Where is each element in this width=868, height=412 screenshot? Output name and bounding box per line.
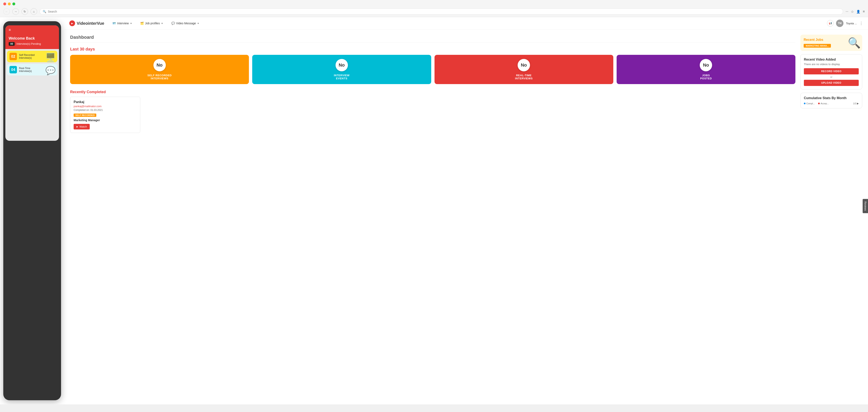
watch-button[interactable]: ▶ Watch [73, 124, 90, 129]
stat-value-self-recorded: No [153, 59, 166, 71]
candidate-name: Pankaj [73, 100, 137, 104]
phone-menu-icon[interactable]: ≡ [9, 28, 11, 32]
nav-item-interview[interactable]: 🪪 Interview ▼ [111, 21, 134, 26]
recently-completed-title: Recently Completed [70, 90, 796, 94]
content-main: Dashboard Last 30 days No SELF RECORDEDI… [70, 35, 796, 137]
logo-text: VideointerVue [77, 21, 104, 26]
minimize-button[interactable] [8, 2, 11, 5]
card-count-self-recorded: 02 [9, 53, 17, 60]
search-input[interactable] [48, 10, 840, 13]
address-bar: 🔍 [40, 8, 843, 14]
content-sidebar: Recent Jobs MARKETING MANA... 🔍 Recent V… [800, 35, 862, 137]
record-video-button[interactable]: RECORD VIDEO [804, 68, 859, 74]
interview-label: Interview [117, 22, 129, 25]
recently-completed-section: Recently Completed Pankaj pankaj@mailina… [70, 90, 796, 133]
legend-label-accepted: Accep... [820, 102, 829, 105]
no-videos-text: There are no videos to display. [804, 63, 859, 66]
recent-jobs-card: Recent Jobs MARKETING MANA... 🔍 [800, 35, 862, 51]
pending-count: 00 [9, 42, 14, 46]
browser-actions: ··· ☆ 👤 ≡ [845, 10, 865, 13]
app-container: ≡ Welcome Back 00 Interview(s) Pending 0… [0, 17, 868, 404]
legend-dot-completed [804, 103, 806, 104]
browser-titlebar [0, 0, 868, 7]
legend-item-accepted: Accep... [818, 102, 829, 105]
illustration-self-recorded: 🖥️ [45, 53, 56, 62]
completed-card: Pankaj pankaj@mailinator.com Completed o… [70, 97, 140, 133]
pagination-label: 1/2 [853, 102, 856, 105]
user-avatar[interactable]: TM [836, 20, 843, 27]
back-button[interactable]: ← [3, 8, 10, 15]
chart-legend: Compl... Accep... 1/2 ▶ [804, 102, 859, 105]
nav-more-button[interactable]: ⋮ [859, 21, 863, 26]
job-profiles-chevron-icon: ▼ [161, 22, 163, 25]
cumulative-stats-card: Cumulative Stats By Month Compl... Accep… [800, 93, 862, 108]
close-button[interactable] [3, 2, 6, 5]
home-button[interactable]: ⌂ [31, 8, 37, 15]
page-title: Dashboard [70, 35, 796, 43]
phone-mockup: ≡ Welcome Back 00 Interview(s) Pending 0… [3, 21, 61, 400]
traffic-lights [3, 2, 15, 5]
stat-card-interview-events[interactable]: No INTERVIEWEVENTS [252, 55, 431, 84]
video-message-label: Video Message [176, 22, 196, 25]
interview-icon: 🪪 [113, 22, 116, 25]
phone-header: ≡ [5, 25, 59, 35]
avatar-initials: TM [838, 22, 842, 25]
pagination: 1/2 ▶ [853, 102, 859, 105]
stat-card-self-recorded[interactable]: No SELF RECORDEDINTERVIEWS [70, 55, 249, 84]
candidate-email: pankaj@mailinator.com [73, 105, 137, 108]
logo-icon [69, 21, 75, 26]
pagination-next-button[interactable]: ▶ [857, 102, 859, 105]
browser-toolbar: ← → ↻ ⌂ 🔍 ··· ☆ 👤 ≡ [0, 7, 868, 17]
upload-video-button[interactable]: UPLOAD VIDEO [804, 80, 859, 86]
card-label-real-time: Real-TimeInterview(s) [19, 67, 32, 72]
bookmark-button[interactable]: ☆ [851, 10, 854, 13]
job-tag[interactable]: MARKETING MANA... [804, 44, 831, 47]
phone-screen: ≡ Welcome Back 00 Interview(s) Pending 0… [5, 25, 59, 141]
interview-chevron-icon: ▼ [130, 22, 132, 25]
illustration-real-time: 💬 [45, 66, 56, 75]
page-content: Dashboard Last 30 days No SELF RECORDEDI… [64, 30, 868, 142]
or-text: or [804, 76, 859, 78]
card-count-real-time: 04 [9, 66, 17, 73]
play-icon: ▶ [76, 126, 78, 128]
profile-button[interactable]: 👤 [856, 10, 860, 13]
self-recorded-tag: SELF RECORDED [73, 114, 96, 117]
forward-button[interactable]: → [12, 8, 19, 15]
maximize-button[interactable] [12, 2, 15, 5]
logo: VideointerVue [69, 21, 104, 26]
welcome-text: Welcome Back [9, 36, 56, 41]
nav-item-video-message[interactable]: 💬 Video Message ▼ [170, 21, 201, 26]
nav-item-job-profiles[interactable]: 🗂️ Job profiles ▼ [138, 21, 165, 26]
search-icon: 🔍 [43, 10, 46, 13]
main-content: VideointerVue 🪪 Interview ▼ 🗂️ Job profi… [64, 17, 868, 404]
phone-card-real-time[interactable]: 04 Real-TimeInterview(s) 💬 [7, 64, 57, 75]
more-options-button[interactable]: ··· [845, 10, 848, 13]
stat-label-self-recorded: SELF RECORDEDINTERVIEWS [148, 74, 172, 80]
app-navbar: VideointerVue 🪪 Interview ▼ 🗂️ Job profi… [64, 17, 868, 30]
browser-chrome: ← → ↻ ⌂ 🔍 ··· ☆ 👤 ≡ [0, 0, 868, 17]
stat-card-real-time[interactable]: No REAL-TIMEINTERVIEWS [435, 55, 613, 84]
stat-card-jobs-posted[interactable]: No JOBSPOSTED [617, 55, 796, 84]
legend-item-completed: Compl... [804, 102, 815, 105]
recent-video-title: Recent Video Added [804, 58, 859, 61]
video-message-chevron-icon: ▼ [197, 22, 199, 25]
stat-label-real-time: REAL-TIMEINTERVIEWS [515, 74, 533, 80]
phone-welcome: Welcome Back 00 Interview(s) Pending [5, 35, 59, 49]
cumulative-title: Cumulative Stats By Month [804, 96, 859, 100]
stat-value-jobs-posted: No [700, 59, 712, 71]
refresh-button[interactable]: ↻ [22, 8, 28, 15]
menu-button[interactable]: ≡ [863, 10, 865, 13]
last-30-days-title: Last 30 days [70, 47, 796, 52]
pending-label: Interview(s) Pending [17, 42, 41, 45]
stat-value-interview-events: No [336, 59, 348, 71]
reviews-tab[interactable]: Reviews [863, 199, 868, 213]
notifications-button[interactable]: 📢 [827, 20, 834, 27]
phone-card-self-recorded[interactable]: 02 Self RecordedInterview(s) 🖥️ [7, 51, 57, 62]
nav-items: 🪪 Interview ▼ 🗂️ Job profiles ▼ 💬 Video … [111, 21, 820, 26]
logo-prefix: VideointerVue [77, 21, 104, 26]
legend-dot-accepted [818, 103, 820, 104]
job-title: Marketing Manager [73, 119, 137, 122]
video-message-icon: 💬 [172, 22, 175, 25]
stats-row: No SELF RECORDEDINTERVIEWS No INTERVIEWE… [70, 55, 796, 84]
username-label: Toyota ... [846, 22, 857, 25]
